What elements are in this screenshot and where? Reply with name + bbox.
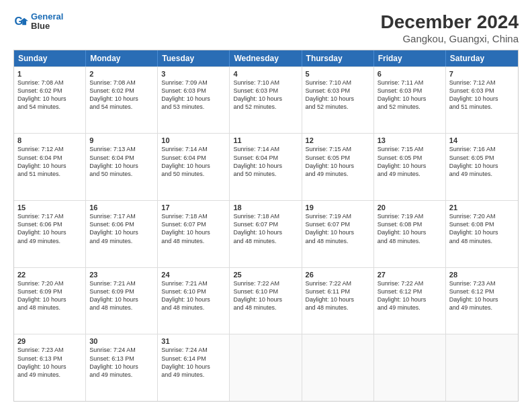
- cell-dec12: 12 Sunrise: 7:15 AMSunset: 6:05 PMDaylig…: [302, 134, 374, 200]
- cell-dec26: 26 Sunrise: 7:22 AMSunset: 6:11 PMDaylig…: [302, 268, 374, 334]
- cell-dec4: 4 Sunrise: 7:10 AMSunset: 6:03 PMDayligh…: [230, 67, 302, 134]
- page: G General Blue December 2024 Gangkou, Gu…: [0, 0, 532, 411]
- cell-empty-1: [230, 334, 302, 401]
- cell-dec7: 7 Sunrise: 7:12 AMSunset: 6:03 PMDayligh…: [446, 67, 518, 134]
- cell-dec13: 13 Sunrise: 7:15 AMSunset: 6:05 PMDaylig…: [374, 134, 446, 200]
- cell-dec6: 6 Sunrise: 7:11 AMSunset: 6:03 PMDayligh…: [374, 67, 446, 134]
- cell-dec16: 16 Sunrise: 7:17 AMSunset: 6:06 PMDaylig…: [86, 201, 158, 267]
- header-tuesday: Tuesday: [158, 50, 230, 66]
- week-2: 8 Sunrise: 7:12 AMSunset: 6:04 PMDayligh…: [14, 133, 518, 200]
- cell-dec19: 19 Sunrise: 7:19 AMSunset: 6:07 PMDaylig…: [302, 201, 374, 267]
- cell-dec17: 17 Sunrise: 7:18 AMSunset: 6:07 PMDaylig…: [158, 201, 230, 267]
- cell-dec21: 21 Sunrise: 7:20 AMSunset: 6:08 PMDaylig…: [446, 201, 518, 267]
- cell-empty-4: [446, 334, 518, 401]
- cell-dec3: 3 Sunrise: 7:09 AMSunset: 6:03 PMDayligh…: [158, 67, 230, 134]
- cell-dec1: 1 Sunrise: 7:08 AMSunset: 6:02 PMDayligh…: [14, 67, 86, 134]
- week-1: 1 Sunrise: 7:08 AMSunset: 6:02 PMDayligh…: [14, 66, 518, 134]
- cell-dec2: 2 Sunrise: 7:08 AMSunset: 6:02 PMDayligh…: [86, 67, 158, 134]
- logo: G General Blue: [13, 12, 63, 32]
- cell-empty-3: [374, 334, 446, 401]
- cell-dec9: 9 Sunrise: 7:13 AMSunset: 6:04 PMDayligh…: [86, 134, 158, 200]
- cell-dec29: 29 Sunrise: 7:23 AMSunset: 6:13 PMDaylig…: [14, 334, 86, 401]
- calendar-body: 1 Sunrise: 7:08 AMSunset: 6:02 PMDayligh…: [14, 66, 518, 401]
- cell-dec10: 10 Sunrise: 7:14 AMSunset: 6:04 PMDaylig…: [158, 134, 230, 200]
- cell-dec27: 27 Sunrise: 7:22 AMSunset: 6:12 PMDaylig…: [374, 268, 446, 334]
- header-friday: Friday: [374, 50, 446, 66]
- cell-dec28: 28 Sunrise: 7:23 AMSunset: 6:12 PMDaylig…: [446, 268, 518, 334]
- subtitle: Gangkou, Guangxi, China: [381, 33, 519, 44]
- cell-dec14: 14 Sunrise: 7:16 AMSunset: 6:05 PMDaylig…: [446, 134, 518, 200]
- header: G General Blue December 2024 Gangkou, Gu…: [13, 12, 519, 44]
- cell-dec20: 20 Sunrise: 7:19 AMSunset: 6:08 PMDaylig…: [374, 201, 446, 267]
- cell-dec15: 15 Sunrise: 7:17 AMSunset: 6:06 PMDaylig…: [14, 201, 86, 267]
- cell-dec31: 31 Sunrise: 7:24 AMSunset: 6:14 PMDaylig…: [158, 334, 230, 401]
- cell-dec11: 11 Sunrise: 7:14 AMSunset: 6:04 PMDaylig…: [230, 134, 302, 200]
- header-monday: Monday: [86, 50, 158, 66]
- header-saturday: Saturday: [446, 50, 518, 66]
- week-5: 29 Sunrise: 7:23 AMSunset: 6:13 PMDaylig…: [14, 334, 518, 401]
- cell-dec5: 5 Sunrise: 7:10 AMSunset: 6:03 PMDayligh…: [302, 67, 374, 134]
- logo-text: General Blue: [31, 12, 63, 32]
- logo-icon: G: [13, 14, 28, 29]
- title-block: December 2024 Gangkou, Guangxi, China: [381, 12, 519, 44]
- logo-line2: Blue: [31, 21, 63, 31]
- cell-dec8: 8 Sunrise: 7:12 AMSunset: 6:04 PMDayligh…: [14, 134, 86, 200]
- week-4: 22 Sunrise: 7:20 AMSunset: 6:09 PMDaylig…: [14, 267, 518, 334]
- cell-dec23: 23 Sunrise: 7:21 AMSunset: 6:09 PMDaylig…: [86, 268, 158, 334]
- main-title: December 2024: [381, 12, 519, 33]
- cell-dec18: 18 Sunrise: 7:18 AMSunset: 6:07 PMDaylig…: [230, 201, 302, 267]
- header-wednesday: Wednesday: [230, 50, 302, 66]
- calendar-header: Sunday Monday Tuesday Wednesday Thursday…: [14, 50, 518, 66]
- cell-dec30: 30 Sunrise: 7:24 AMSunset: 6:13 PMDaylig…: [86, 334, 158, 401]
- header-thursday: Thursday: [302, 50, 374, 66]
- calendar: Sunday Monday Tuesday Wednesday Thursday…: [13, 50, 519, 402]
- cell-dec25: 25 Sunrise: 7:22 AMSunset: 6:10 PMDaylig…: [230, 268, 302, 334]
- cell-empty-2: [302, 334, 374, 401]
- logo-line1: General: [31, 12, 63, 21]
- header-sunday: Sunday: [14, 50, 86, 66]
- cell-dec22: 22 Sunrise: 7:20 AMSunset: 6:09 PMDaylig…: [14, 268, 86, 334]
- week-3: 15 Sunrise: 7:17 AMSunset: 6:06 PMDaylig…: [14, 200, 518, 267]
- cell-dec24: 24 Sunrise: 7:21 AMSunset: 6:10 PMDaylig…: [158, 268, 230, 334]
